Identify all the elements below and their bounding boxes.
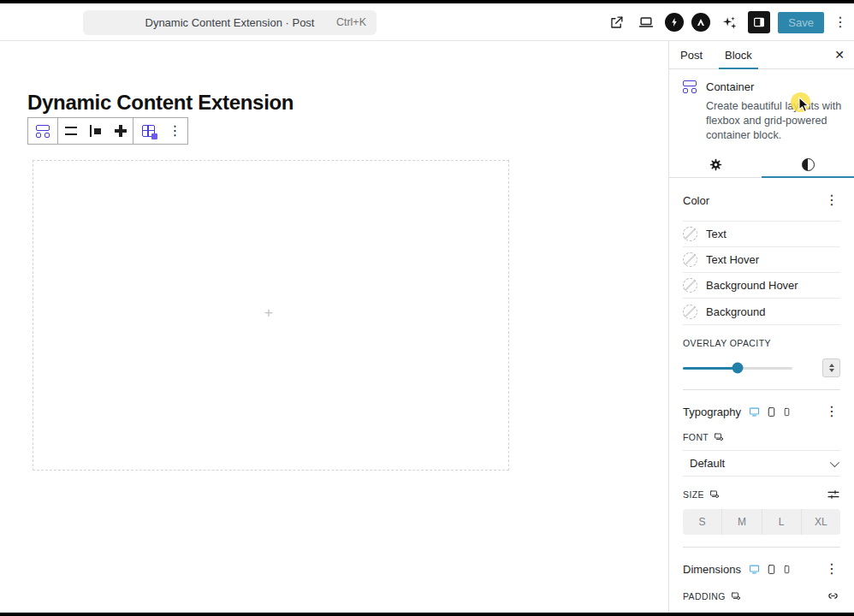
view-post-external-link-icon[interactable] <box>605 11 627 33</box>
grid-layout-icon <box>142 125 155 137</box>
link-values-icon[interactable] <box>826 589 840 603</box>
drag-handle-icon <box>65 127 77 135</box>
typography-section: Typography ⋮ FONT Default SIZE <box>669 400 854 548</box>
font-select[interactable]: Default <box>683 450 840 477</box>
block-card: Container Create beautiful layouts with … <box>669 69 854 151</box>
command-center-field[interactable]: Dynamic Content Extension · Post Ctrl+K <box>83 10 377 35</box>
dimensions-options-icon[interactable]: ⋮ <box>823 558 840 580</box>
drag-handle-button[interactable] <box>58 118 83 144</box>
color-row-background[interactable]: Background <box>683 299 840 324</box>
color-section: Color ⋮ Text Text Hover Background Hover… <box>669 189 854 390</box>
command-shortcut: Ctrl+K <box>336 16 366 28</box>
overlay-opacity-label: OVERLAY OPACITY <box>683 338 840 348</box>
tab-style-settings[interactable] <box>762 151 854 177</box>
responsive-indicator-icon <box>714 432 724 442</box>
editor-canvas: Dynamic Content Extension <box>0 41 668 613</box>
empty-color-swatch <box>683 252 697 267</box>
typography-section-title: Typography <box>683 406 741 418</box>
container-block-icon <box>36 125 50 138</box>
font-size-segmented-control: S M L XL <box>683 509 840 535</box>
empty-color-swatch <box>683 305 697 319</box>
move-block-button[interactable] <box>83 118 108 144</box>
preview-device-icon[interactable] <box>635 11 657 33</box>
layout-picker-button[interactable] <box>133 118 163 144</box>
block-settings-sidebar: Post Block ✕ Container Create beautiful … <box>668 41 854 613</box>
block-options-icon: ⋮ <box>167 120 184 142</box>
tab-block[interactable]: Block <box>714 41 763 68</box>
size-option-s[interactable]: S <box>683 509 721 535</box>
overlay-opacity-slider[interactable] <box>683 367 792 370</box>
mouse-cursor <box>798 97 812 117</box>
empty-container-block[interactable]: + <box>33 160 509 471</box>
close-icon: ✕ <box>834 48 845 62</box>
block-options-button[interactable]: ⋮ <box>163 118 187 144</box>
tab-post[interactable]: Post <box>669 41 714 68</box>
gear-icon <box>709 157 723 172</box>
size-option-xl[interactable]: XL <box>801 509 840 535</box>
add-block-hint[interactable]: + <box>264 305 273 322</box>
ai-sparkles-icon[interactable] <box>718 11 740 33</box>
spacing-button[interactable] <box>108 118 133 144</box>
astra-plugin-icon[interactable] <box>691 13 710 32</box>
desktop-device-icon[interactable] <box>748 563 761 576</box>
color-row-text-hover[interactable]: Text Hover <box>683 247 840 273</box>
size-option-l[interactable]: L <box>762 509 801 535</box>
post-title-heading[interactable]: Dynamic Content Extension <box>27 91 294 115</box>
size-label: SIZE <box>683 489 704 500</box>
contrast-style-icon <box>802 158 815 171</box>
stepper-up-icon[interactable] <box>829 364 834 367</box>
block-toolbar: ⋮ <box>27 117 188 145</box>
responsive-indicator-icon <box>731 591 741 601</box>
save-button[interactable]: Save <box>778 12 824 33</box>
color-row-background-hover[interactable]: Background Hover <box>683 273 840 299</box>
responsive-indicator-icon <box>709 489 720 500</box>
color-row-text[interactable]: Text <box>683 222 840 247</box>
size-option-m[interactable]: M <box>721 509 761 535</box>
typography-options-icon[interactable]: ⋮ <box>823 400 840 423</box>
sidebar-tabs: Post Block ✕ <box>669 41 854 69</box>
container-block-switcher-button[interactable] <box>28 118 57 144</box>
empty-color-swatch <box>683 227 697 241</box>
block-description: Create beautiful layouts with flexbox an… <box>706 99 843 143</box>
dimensions-section: Dimensions ⋮ PADDING <box>669 558 854 613</box>
editor-topbar: Dynamic Content Extension · Post Ctrl+K <box>0 3 854 41</box>
empty-color-swatch <box>683 278 697 293</box>
advanced-sliders-icon[interactable] <box>827 488 840 501</box>
settings-style-tabs <box>669 151 854 178</box>
window-bottom-strip <box>0 613 854 616</box>
stepper-down-icon[interactable] <box>829 369 834 372</box>
chevron-down-icon <box>830 457 839 466</box>
mobile-device-icon[interactable] <box>782 407 792 417</box>
thick-plus-icon <box>115 125 127 137</box>
tab-general-settings[interactable] <box>669 151 762 177</box>
overlay-opacity-stepper[interactable] <box>822 358 840 377</box>
align-start-icon <box>90 125 102 137</box>
color-options-icon[interactable]: ⋮ <box>823 189 840 211</box>
font-label: FONT <box>683 432 709 442</box>
close-sidebar-button[interactable]: ✕ <box>825 41 854 68</box>
slider-thumb[interactable] <box>732 363 744 374</box>
options-menu-icon[interactable]: ⋮ <box>832 11 849 33</box>
window-top-strip <box>0 0 854 3</box>
dimensions-section-title: Dimensions <box>683 563 741 576</box>
mobile-device-icon[interactable] <box>782 565 792 574</box>
tablet-device-icon[interactable] <box>766 406 777 418</box>
settings-panel-toggle-button[interactable] <box>748 11 770 33</box>
document-title: Dynamic Content Extension · Post <box>145 16 315 29</box>
padding-label: PADDING <box>683 591 726 601</box>
desktop-device-icon[interactable] <box>748 406 761 418</box>
bolt-plugin-icon[interactable] <box>665 13 684 32</box>
block-name: Container <box>706 80 754 93</box>
color-section-title: Color <box>683 194 709 207</box>
container-block-icon <box>683 80 697 93</box>
tablet-device-icon[interactable] <box>766 564 777 575</box>
